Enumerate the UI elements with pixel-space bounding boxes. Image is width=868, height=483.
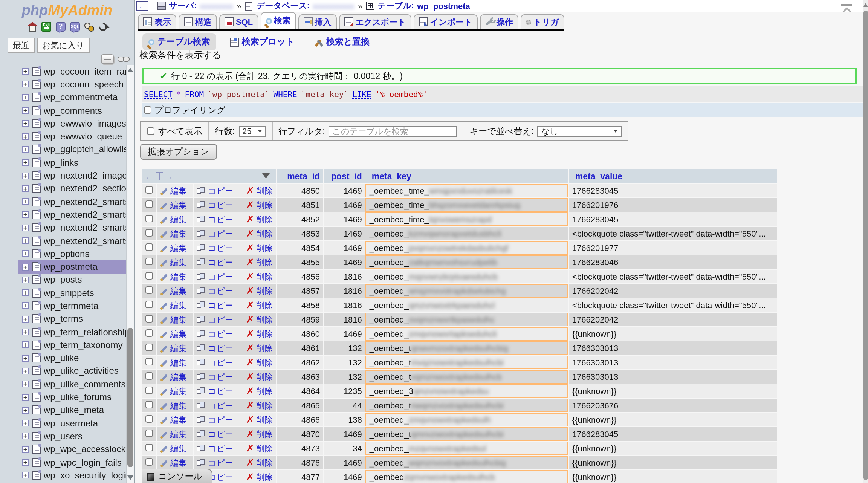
sidebar-scrollbar-thumb[interactable]	[127, 328, 133, 467]
sql-keyword-select[interactable]: SELECT	[144, 89, 173, 98]
meta-key-cell[interactable]: _oembedzqmvnwoxtrapkedsulhcb	[366, 470, 568, 483]
copy-link[interactable]: コピー	[208, 400, 233, 410]
delete-link[interactable]: 削除	[256, 272, 273, 281]
sidebar-table-item[interactable]: + wp_termmeta	[18, 300, 127, 313]
sidebar-table-item[interactable]: + wp_nextend2_smartslider3_slides	[18, 234, 127, 248]
move-column-left-icon[interactable]: ←	[145, 171, 154, 180]
delete-link[interactable]: 削除	[256, 243, 273, 252]
delete-link[interactable]: 削除	[256, 329, 273, 338]
sidebar-table-item[interactable]: + wp_ewwwio_images	[18, 117, 127, 130]
copy-link[interactable]: コピー	[208, 214, 233, 223]
delete-link[interactable]: 削除	[256, 315, 273, 324]
row-checkbox[interactable]	[145, 272, 153, 280]
sidebar-table-item[interactable]: + wp_ulike_meta	[18, 404, 127, 417]
console-button[interactable]: コンソール	[142, 469, 212, 483]
search-subtab[interactable]: 検索と置換	[308, 33, 376, 50]
meta-value-cell[interactable]: {{unknown}}	[569, 470, 769, 483]
expand-icon[interactable]: +	[22, 381, 29, 388]
expand-icon[interactable]: +	[22, 277, 29, 283]
meta-value-cell[interactable]: {{unknown}}	[569, 456, 769, 469]
meta-key-cell[interactable]: _oembed_time_wmqpxnduvozratilcesk	[366, 184, 568, 197]
expand-icon[interactable]: +	[22, 172, 29, 179]
expand-icon[interactable]: +	[22, 185, 29, 192]
sidebar-table-item[interactable]: + wp_postmeta	[18, 260, 127, 274]
sidebar-table-item[interactable]: + wp_ulike_comments	[18, 378, 127, 391]
expand-icon[interactable]: +	[22, 263, 29, 270]
expand-icon[interactable]: +	[22, 120, 29, 127]
meta-key-cell[interactable]: _oembed_wqmznvoxtrapkedsulhcbig	[366, 456, 568, 469]
sidebar-table-item[interactable]: + wp_ulike	[18, 352, 127, 365]
scroll-down-icon[interactable]	[127, 475, 133, 480]
copy-link[interactable]: コピー	[208, 358, 233, 367]
row-checkbox[interactable]	[145, 315, 153, 323]
row-checkbox[interactable]	[145, 301, 153, 308]
meta-key-cell[interactable]: _oembed_zmqvnowxrtapkseduhcli	[366, 327, 568, 341]
delete-link[interactable]: 削除	[256, 300, 273, 309]
scroll-up-icon[interactable]	[127, 68, 133, 72]
phpmyadmin-logo[interactable]: phpMyAdmin	[0, 2, 134, 19]
meta-key-cell[interactable]: _oembed_wnqzmxvotrapkdselubichg	[366, 284, 568, 298]
expand-icon[interactable]: +	[22, 303, 29, 309]
table-tab[interactable]: インポート	[414, 14, 478, 29]
copy-link[interactable]: コピー	[208, 443, 233, 452]
row-checkbox[interactable]	[145, 286, 153, 294]
delete-link[interactable]: 削除	[256, 458, 273, 467]
meta-value-cell[interactable]: 1766201977	[569, 241, 769, 255]
table-tab[interactable]: 検索	[260, 12, 296, 29]
expand-icon[interactable]: +	[22, 342, 29, 348]
breadcrumb-server[interactable]: サーバ: xxxxxxxx	[157, 0, 233, 12]
expand-icon[interactable]: +	[22, 251, 29, 257]
edit-link[interactable]: 編集	[170, 415, 187, 424]
move-column-right-icon[interactable]: →	[165, 171, 173, 180]
breadcrumb-table[interactable]: テーブル: wp_postmeta	[366, 0, 470, 12]
meta-key-cell[interactable]: _oembed_zmqvnowxtrapkedsulh	[366, 413, 568, 426]
sidebar-table-item[interactable]: + wp_cocoon_item_ranking	[18, 65, 127, 78]
sidebar-table-item[interactable]: + wp_nextend2_smartslider3_sliders	[18, 208, 127, 222]
sidebar-table-item[interactable]: + wp_ulike_forums	[18, 391, 127, 404]
header-meta-id[interactable]: meta_id	[277, 169, 323, 183]
expand-icon[interactable]: +	[22, 133, 29, 140]
row-checkbox[interactable]	[145, 243, 153, 251]
delete-link[interactable]: 削除	[256, 343, 273, 352]
expand-icon[interactable]: +	[22, 407, 29, 414]
sidebar-table-item[interactable]: + wp_wpc_accesslocks	[18, 443, 127, 456]
collapse-all-icon[interactable]	[101, 54, 114, 64]
meta-value-cell[interactable]: {{unknown}}	[569, 384, 769, 398]
meta-value-cell[interactable]: 1766303013	[569, 341, 769, 355]
delete-link[interactable]: 削除	[256, 257, 273, 266]
delete-link[interactable]: 削除	[256, 372, 273, 381]
table-tab[interactable]: エクスポート	[339, 14, 411, 29]
table-tab[interactable]: 挿入	[298, 14, 336, 29]
row-options-dropdown-icon[interactable]	[262, 173, 270, 179]
show-search-criteria-link[interactable]: 検索条件を表示する	[139, 49, 222, 62]
edit-link[interactable]: 編集	[170, 243, 187, 252]
copy-link[interactable]: コピー	[208, 272, 233, 281]
copy-link[interactable]: コピー	[208, 372, 233, 381]
sql-keyword-like[interactable]: LIKE	[352, 89, 371, 98]
expand-icon[interactable]: +	[22, 329, 29, 335]
refresh-icon[interactable]	[97, 21, 108, 32]
page-scrollbar-thumb[interactable]	[863, 11, 868, 480]
meta-key-cell[interactable]: _oembed_ovqmznwxrtkpasedulhc	[366, 313, 568, 326]
table-tab[interactable]: 構造	[179, 14, 217, 29]
table-tab[interactable]: 表示	[138, 14, 176, 29]
expand-icon[interactable]: +	[22, 211, 29, 218]
edit-link[interactable]: 編集	[170, 214, 187, 223]
sql-window-icon[interactable]: SQL	[70, 22, 80, 32]
home-icon[interactable]	[27, 22, 37, 32]
settings-gears-icon[interactable]	[84, 22, 94, 32]
edit-link[interactable]: 編集	[170, 329, 187, 338]
meta-value-cell[interactable]: 1766203676	[569, 399, 769, 412]
sidebar-table-item[interactable]: + wp_posts	[18, 274, 127, 287]
row-checkbox[interactable]	[145, 358, 153, 365]
delete-link[interactable]: 削除	[256, 415, 273, 424]
edit-link[interactable]: 編集	[170, 186, 187, 195]
meta-value-cell[interactable]: 1766303013	[569, 356, 769, 369]
expand-icon[interactable]: +	[22, 81, 29, 88]
edit-link[interactable]: 編集	[170, 286, 187, 295]
copy-link[interactable]: コピー	[208, 186, 233, 195]
meta-value-cell[interactable]: {{unknown}}	[569, 442, 769, 455]
row-checkbox[interactable]	[145, 200, 153, 208]
expand-icon[interactable]: +	[22, 289, 29, 296]
extended-options-button[interactable]: 拡張オプション	[140, 144, 217, 160]
